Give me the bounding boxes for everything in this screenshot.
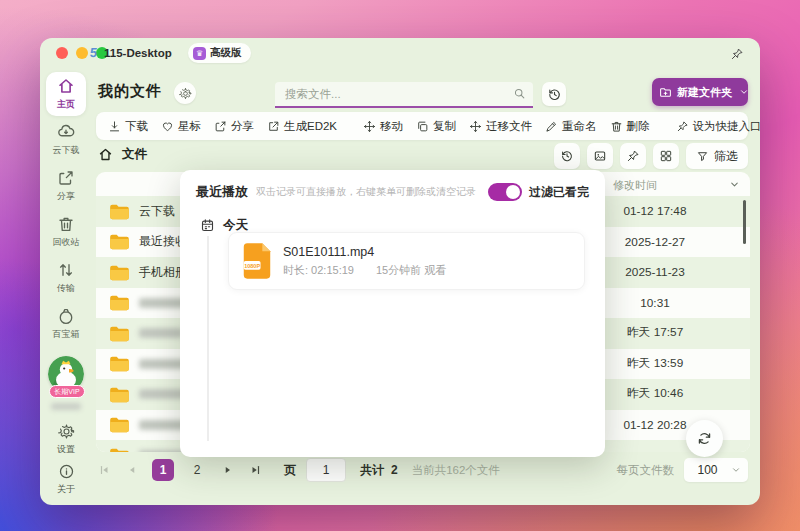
- recent-file-card[interactable]: 1080P S01E10111.mp4 时长: 02:15:19 15分钟前 观…: [228, 232, 585, 290]
- folder-plus-icon: [659, 86, 672, 99]
- popup-subtitle: 双击记录可直接播放，右键菜单可删除或清空记录: [256, 185, 488, 199]
- close-button[interactable]: [56, 47, 68, 59]
- info-icon: [58, 463, 75, 480]
- next-page-button[interactable]: [220, 462, 236, 478]
- toolbar-item-label: 分享: [231, 119, 254, 134]
- sidebar-item-about[interactable]: 关于: [40, 463, 92, 496]
- calendar-icon: [200, 218, 215, 233]
- search-history-button[interactable]: [542, 82, 566, 106]
- copy-icon: [416, 120, 429, 133]
- toolbar-copy-button[interactable]: 复制: [416, 119, 456, 134]
- gear-icon: [179, 87, 192, 100]
- new-folder-button[interactable]: 新建文件夹: [652, 78, 748, 106]
- filter-button[interactable]: 筛选: [686, 143, 748, 169]
- sidebar: 主页 云下载 分享 回收站 传输 百宝箱 长期VIP 设置 关于: [40, 68, 92, 505]
- recent-played-button[interactable]: [554, 143, 580, 169]
- app-title: 115-Desktop: [104, 47, 172, 59]
- premium-badge[interactable]: ♛ 高级版: [188, 43, 251, 63]
- page-input[interactable]: [306, 458, 346, 482]
- search-icon[interactable]: [513, 87, 526, 100]
- breadcrumb[interactable]: 文件: [98, 146, 147, 163]
- sidebar-item-label: 主页: [57, 98, 75, 111]
- view-settings-button[interactable]: [174, 82, 196, 104]
- sidebar-item-transfer[interactable]: 传输: [46, 256, 86, 300]
- filter-watched-label: 过滤已看完: [529, 184, 589, 201]
- sidebar-icon: [57, 169, 75, 187]
- chevron-down-icon[interactable]: [729, 179, 740, 190]
- per-page-select[interactable]: 100: [684, 458, 748, 482]
- move-icon: [363, 120, 376, 133]
- view-actions: 筛选: [554, 143, 748, 169]
- view-grid-button[interactable]: [653, 143, 679, 169]
- sidebar-item-recycle[interactable]: 回收站: [46, 210, 86, 254]
- search-input[interactable]: [283, 82, 507, 106]
- toolbar-migrate-button[interactable]: 迁移文件: [469, 119, 532, 134]
- download-icon: [108, 120, 121, 133]
- toolbar-rename-button[interactable]: 重命名: [545, 119, 597, 134]
- toolbar-download-button[interactable]: 下载: [108, 119, 148, 134]
- folder-icon: [109, 233, 130, 250]
- recent-play-popup: 最近播放 双击记录可直接播放，右键菜单可删除或清空记录 过滤已看完 今天 108…: [180, 170, 605, 457]
- last-page-icon: [250, 464, 262, 476]
- history-icon: [560, 149, 574, 163]
- refresh-icon: [696, 430, 713, 447]
- sidebar-item-label: 回收站: [53, 236, 80, 249]
- vip-badge: 长期VIP: [49, 385, 85, 398]
- popup-title: 最近播放: [196, 183, 248, 201]
- prev-page-icon: [126, 464, 138, 476]
- sidebar-item-cloud-download[interactable]: 云下载: [46, 118, 86, 162]
- page-1-button[interactable]: 1: [152, 459, 174, 481]
- toolbar-star-button[interactable]: 星标: [161, 119, 201, 134]
- filter-watched-toggle[interactable]: [488, 183, 522, 201]
- search-box[interactable]: [275, 82, 533, 108]
- toolbar-move-button[interactable]: 移动: [363, 119, 403, 134]
- new-folder-main[interactable]: 新建文件夹: [652, 85, 739, 100]
- breadcrumb-root[interactable]: 文件: [122, 146, 147, 163]
- page-label: 页: [284, 462, 296, 479]
- home-icon[interactable]: [98, 147, 113, 162]
- sidebar-icon: [57, 307, 75, 325]
- sidebar-item-label: 云下载: [53, 144, 80, 157]
- chevron-down-icon: [731, 465, 741, 475]
- toolbar-item-label: 星标: [178, 119, 201, 134]
- toolbar-item-label: 生成ED2K: [284, 119, 337, 134]
- toolbar-item-label: 下载: [125, 119, 148, 134]
- sidebar-item-home[interactable]: 主页: [46, 72, 86, 116]
- toolbar-quick-entry-button[interactable]: 设为快捷入口: [676, 119, 760, 134]
- app-logo: 5: [89, 45, 98, 60]
- settings-label: 设置: [57, 443, 75, 456]
- migrate-icon: [469, 120, 482, 133]
- new-folder-dropdown[interactable]: [739, 87, 749, 97]
- preview-mode-button[interactable]: [587, 143, 613, 169]
- refresh-button[interactable]: [686, 420, 723, 457]
- app-window: 5 115-Desktop ♛ 高级版 主页 云下载 分享 回收站 传输 百宝箱: [40, 38, 760, 505]
- toolbar-share-button[interactable]: 分享: [214, 119, 254, 134]
- gear-icon: [58, 423, 75, 440]
- prev-page-button[interactable]: [124, 462, 140, 478]
- minimize-button[interactable]: [76, 47, 88, 59]
- pin-window-icon[interactable]: [730, 47, 744, 61]
- quick-entry-button[interactable]: [620, 143, 646, 169]
- file-name: 云下载: [139, 203, 175, 220]
- folder-icon: [109, 264, 130, 281]
- toolbar-delete-button[interactable]: 删除: [610, 119, 650, 134]
- toolbar-ed2k-button[interactable]: 生成ED2K: [267, 119, 337, 134]
- sidebar-icon: [57, 77, 75, 95]
- per-page-label: 每页文件数: [617, 463, 675, 478]
- file-name: S01E10111.mp4: [283, 245, 446, 259]
- titlebar[interactable]: 5 115-Desktop ♛ 高级版: [40, 38, 760, 68]
- delete-icon: [610, 120, 623, 133]
- sidebar-item-label: 传输: [57, 282, 75, 295]
- folder-icon: [109, 203, 130, 220]
- quick-entry-icon: [676, 120, 689, 133]
- first-page-button[interactable]: [96, 462, 112, 478]
- sidebar-item-settings[interactable]: 设置: [40, 423, 92, 456]
- sidebar-item-toolbox[interactable]: 百宝箱: [46, 302, 86, 346]
- scrollbar-thumb[interactable]: [743, 200, 746, 244]
- filter-label: 筛选: [714, 148, 738, 165]
- last-page-button[interactable]: [248, 462, 264, 478]
- sidebar-item-label: 分享: [57, 190, 75, 203]
- page-2-button[interactable]: 2: [186, 459, 208, 481]
- toolbar-item-label: 复制: [433, 119, 456, 134]
- sidebar-item-share[interactable]: 分享: [46, 164, 86, 208]
